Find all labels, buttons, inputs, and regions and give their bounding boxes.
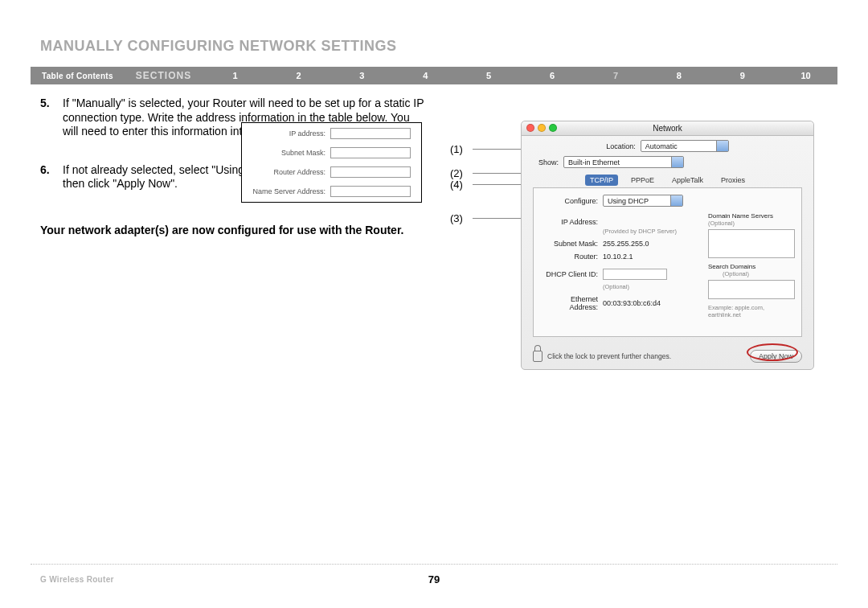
callout-2: (2) xyxy=(450,167,473,179)
step-number: 5. xyxy=(40,97,63,139)
ip-address-label: IP address: xyxy=(242,129,330,138)
right-column: Domain Name Servers (Optional) Search Do… xyxy=(708,212,795,318)
section-nav: Table of Contents SECTIONS 1 2 3 4 5 6 7… xyxy=(31,67,837,84)
subnet-mask-field[interactable] xyxy=(330,147,411,158)
section-link-8[interactable]: 8 xyxy=(647,71,710,80)
router-address-field[interactable] xyxy=(330,166,411,178)
mask-value: 255.255.255.0 xyxy=(603,240,649,248)
page-title: MANUALLY CONFIGURING NETWORK SETTINGS xyxy=(40,38,397,55)
dhcp-client-label: DHCP Client ID: xyxy=(542,270,603,278)
tab-pppoe[interactable]: PPPoE xyxy=(626,175,659,186)
lock-icon[interactable] xyxy=(533,351,542,362)
ip-info-box: IP address: Subnet Mask: Router Address:… xyxy=(241,122,422,203)
ethernet-value: 00:03:93:0b:c6:d4 xyxy=(603,299,661,307)
tab-tcpip[interactable]: TCP/IP xyxy=(585,175,618,186)
tab-bar: TCP/IP PPPoE AppleTalk Proxies xyxy=(533,175,802,186)
dns-header: Domain Name Servers xyxy=(708,212,773,220)
configure-value: Using DHCP xyxy=(608,197,649,205)
section-link-4[interactable]: 4 xyxy=(394,71,457,80)
apply-now-button[interactable]: Apply Now xyxy=(750,350,802,363)
section-link-2[interactable]: 2 xyxy=(267,71,330,80)
router-address-label: Router Address: xyxy=(242,168,330,176)
traffic-lights xyxy=(526,124,557,132)
name-server-field[interactable] xyxy=(330,186,411,197)
callout-1: (1) xyxy=(450,143,473,155)
example-note: Example: apple.com, earthlink.net xyxy=(708,304,795,318)
tab-proxies[interactable]: Proxies xyxy=(716,175,750,186)
optional-note-2: (Optional) xyxy=(723,270,749,277)
search-header: Search Domains xyxy=(708,263,755,270)
ethernet-label: Ethernet Address: xyxy=(542,295,603,311)
toc-link[interactable]: Table of Contents xyxy=(42,72,113,80)
configure-select[interactable]: Using DHCP xyxy=(603,195,683,207)
location-label: Location: xyxy=(606,142,641,150)
lock-row: Click the lock to prevent further change… xyxy=(533,350,802,363)
network-prefs-window: Network Location: Automatic Show: Built-… xyxy=(521,121,814,370)
section-link-6[interactable]: 6 xyxy=(521,71,584,80)
section-link-10[interactable]: 10 xyxy=(774,71,837,80)
callout-3: (3) xyxy=(450,212,473,224)
configure-label: Configure: xyxy=(542,197,603,205)
router-label: Router: xyxy=(542,253,603,261)
section-link-5[interactable]: 5 xyxy=(457,71,521,80)
name-server-label: Name Server Address: xyxy=(242,187,330,195)
router-value: 10.10.2.1 xyxy=(603,253,633,261)
optional-note: (Optional) xyxy=(708,220,735,227)
section-link-9[interactable]: 9 xyxy=(710,71,774,80)
footer-product: G Wireless Router xyxy=(40,575,114,584)
ip-label: IP Address: xyxy=(542,218,603,226)
sections-label: SECTIONS xyxy=(136,70,191,81)
section-link-3[interactable]: 3 xyxy=(330,71,394,80)
tcpip-panel: Configure: Using DHCP IP Address: (Provi… xyxy=(533,187,802,337)
window-titlebar: Network xyxy=(522,121,813,136)
subnet-mask-label: Subnet Mask: xyxy=(242,149,330,157)
show-select[interactable]: Built-in Ethernet xyxy=(563,156,684,168)
dhcp-client-note: (Optional) xyxy=(603,283,629,290)
window-title: Network xyxy=(653,124,682,133)
section-link-1[interactable]: 1 xyxy=(203,71,267,80)
mask-label: Subnet Mask: xyxy=(542,240,603,248)
zoom-icon[interactable] xyxy=(549,124,557,132)
location-value: Automatic xyxy=(645,142,678,150)
footer-separator xyxy=(31,564,837,565)
minimize-icon[interactable] xyxy=(538,124,546,132)
tab-appletalk[interactable]: AppleTalk xyxy=(667,175,708,186)
show-label: Show: xyxy=(530,158,563,166)
dhcp-client-input[interactable] xyxy=(603,269,667,280)
show-value: Built-in Ethernet xyxy=(568,158,620,166)
conclusion-text: Your network adapter(s) are now configur… xyxy=(40,224,426,238)
close-icon[interactable] xyxy=(526,124,534,132)
location-select[interactable]: Automatic xyxy=(641,140,729,152)
ip-note: (Provided by DHCP Server) xyxy=(603,228,677,235)
callout-4: (4) xyxy=(450,179,473,191)
section-numbers: 1 2 3 4 5 6 7 8 9 10 xyxy=(203,71,837,80)
step-number: 6. xyxy=(40,163,63,191)
section-link-7[interactable]: 7 xyxy=(584,71,648,80)
search-domains-input[interactable] xyxy=(708,280,795,299)
lock-text: Click the lock to prevent further change… xyxy=(547,352,671,360)
ip-address-field[interactable] xyxy=(330,128,411,139)
dns-input[interactable] xyxy=(708,229,795,258)
page-number: 79 xyxy=(428,573,440,585)
